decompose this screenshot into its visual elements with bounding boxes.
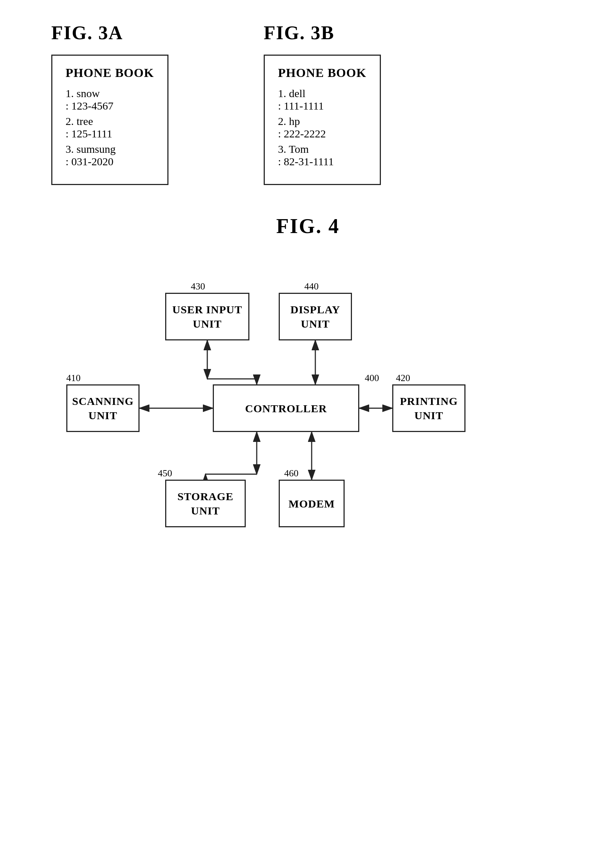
fig3a-block: FIG. 3A PHONE BOOK 1. snow : 123-4567 2.… <box>51 22 168 185</box>
entry-number: : 123-4567 <box>66 100 154 112</box>
controller-label: CONTROLLER <box>245 401 327 416</box>
entry-number: : 222-2222 <box>278 127 367 140</box>
fig3a-phonebook-box: PHONE BOOK 1. snow : 123-4567 2. tree : … <box>51 55 168 185</box>
list-item: 1. dell : 111-1111 <box>278 87 367 112</box>
fig3a-phonebook-header: PHONE BOOK <box>66 66 154 80</box>
entry-number: : 82-31-1111 <box>278 155 367 168</box>
display-box: DISPLAYUNIT <box>279 293 352 341</box>
controller-box: CONTROLLER <box>213 384 359 432</box>
fig3-row: FIG. 3A PHONE BOOK 1. snow : 123-4567 2.… <box>0 0 616 185</box>
userinput-label: USER INPUTUNIT <box>172 302 243 331</box>
fig3a-title: FIG. 3A <box>51 22 123 44</box>
fig3b-block: FIG. 3B PHONE BOOK 1. dell : 111-1111 2.… <box>264 22 381 185</box>
userinput-box: USER INPUTUNIT <box>165 293 249 341</box>
fig4-diagram: 430 440 410 400 420 450 460 USER INPUTUN… <box>52 264 564 586</box>
entry-name: 2. tree <box>66 115 154 127</box>
entry-number: : 125-1111 <box>66 127 154 140</box>
entry-name: 3. Tom <box>278 143 367 155</box>
list-item: 2. tree : 125-1111 <box>66 115 154 140</box>
modem-label: MODEM <box>288 496 335 511</box>
fig3b-phonebook-box: PHONE BOOK 1. dell : 111-1111 2. hp : 22… <box>264 55 381 185</box>
list-item: 3. sumsung : 031-2020 <box>66 143 154 168</box>
entry-name: 3. sumsung <box>66 143 154 155</box>
fig4-title: FIG. 4 <box>0 214 616 238</box>
scanning-label: SCANNINGUNIT <box>72 394 134 422</box>
list-item: 1. snow : 123-4567 <box>66 87 154 112</box>
list-item: 3. Tom : 82-31-1111 <box>278 143 367 168</box>
entry-number: : 111-1111 <box>278 100 367 112</box>
ref-420: 420 <box>396 373 410 384</box>
ref-430: 430 <box>191 281 205 292</box>
entry-name: 1. snow <box>66 87 154 100</box>
printing-box: PRINTINGUNIT <box>392 384 466 432</box>
ref-440: 440 <box>304 281 319 292</box>
storage-box: STORAGEUNIT <box>165 480 246 527</box>
ref-450: 450 <box>158 468 172 479</box>
storage-label: STORAGEUNIT <box>177 489 233 518</box>
entry-number: : 031-2020 <box>66 155 154 168</box>
ref-400: 400 <box>365 373 379 384</box>
ref-460: 460 <box>284 468 298 479</box>
list-item: 2. hp : 222-2222 <box>278 115 367 140</box>
fig3b-title: FIG. 3B <box>264 22 334 44</box>
display-label: DISPLAYUNIT <box>290 302 340 331</box>
modem-box: MODEM <box>279 480 345 527</box>
entry-name: 1. dell <box>278 87 367 100</box>
entry-name: 2. hp <box>278 115 367 127</box>
scanning-box: SCANNINGUNIT <box>66 384 140 432</box>
fig3b-phonebook-header: PHONE BOOK <box>278 66 367 80</box>
ref-410: 410 <box>66 373 81 384</box>
printing-label: PRINTINGUNIT <box>400 394 458 422</box>
